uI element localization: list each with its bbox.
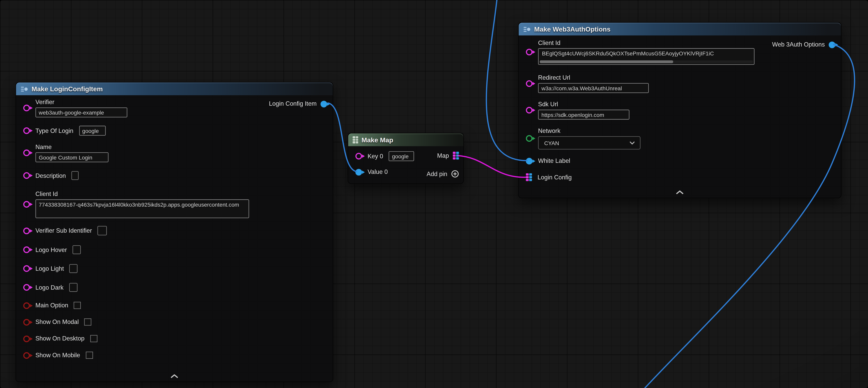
node-header[interactable]: Make Map [348, 133, 463, 146]
node-title: Make Web3AuthOptions [534, 25, 611, 33]
client-id-input[interactable]: 774338308167-q463s7kpvja16l4l0kko3nb925i… [35, 199, 249, 218]
pin-row-show-on-desktop: Show On Desktop [16, 335, 333, 342]
sdk-url-field-group: Sdk Url https://sdk.openlogin.com [538, 101, 629, 119]
description-pin[interactable] [23, 172, 30, 179]
name-field-group: Name Google Custom Login [35, 143, 108, 162]
verifier-input[interactable]: web3auth-google-example [35, 108, 127, 118]
pin-row-show-on-modal: Show On Modal [16, 319, 333, 326]
logo-light-label: Logo Light [35, 265, 64, 272]
key0-label: Key 0 [368, 153, 383, 160]
pin-row-type-of-login: Type Of Login google [16, 126, 333, 136]
value0-pin[interactable] [355, 169, 362, 175]
node-make-map[interactable]: Make Map Key 0 google Value 0 Map Add pi… [348, 133, 464, 184]
main-option-label: Main Option [35, 302, 68, 309]
main-option-pin[interactable] [23, 302, 30, 309]
verifier-sub-identifier-label: Verifier Sub Identifier [35, 227, 92, 234]
show-on-mobile-label: Show On Mobile [35, 352, 80, 359]
pin-row-login-config: Login Config [519, 173, 841, 181]
pin-row-logo-dark: Logo Dark [16, 283, 333, 292]
white-label-pin[interactable] [526, 157, 532, 164]
node-header[interactable]: Make LoginConfigItem [16, 82, 333, 95]
blueprint-graph-canvas[interactable]: Make LoginConfigItem Login Config Item V… [0, 0, 868, 388]
add-pin-label: Add pin [427, 170, 447, 178]
logo-hover-pin[interactable] [23, 246, 30, 253]
key0-input[interactable]: google [389, 151, 414, 161]
show-on-desktop-pin[interactable] [23, 335, 30, 342]
key0-pin[interactable] [355, 153, 362, 159]
logo-dark-input[interactable] [69, 283, 77, 292]
white-label-label: White Label [538, 157, 570, 165]
redirect-url-pin[interactable] [526, 80, 532, 87]
client-id-input[interactable]: BEglQSgt4cUWcj6SKRdu5QkOXTsePmMcusG5EAoy… [538, 48, 754, 65]
hscroll-thumb[interactable] [540, 60, 673, 63]
wire-map-to-loginconfig [458, 155, 526, 177]
logo-light-input[interactable] [69, 264, 78, 273]
pin-row-redirect-url: Redirect Url w3a://com.w3a.Web3AuthUnrea… [519, 74, 841, 93]
show-on-desktop-label: Show On Desktop [35, 335, 85, 342]
verifier-label: Verifier [35, 98, 127, 106]
collapse-node-button[interactable] [170, 375, 178, 378]
map-output-row: Map [437, 152, 459, 159]
pin-row-verifier-sub-identifier: Verifier Sub Identifier [16, 226, 333, 235]
verifier-sub-identifier-pin[interactable] [23, 227, 30, 234]
node-make-loginconfigitem[interactable]: Make LoginConfigItem Login Config Item V… [16, 82, 333, 382]
client-id-label: Client Id [35, 190, 249, 198]
pin-row-network: Network CYAN [519, 127, 841, 149]
pin-row-show-on-mobile: Show On Mobile [16, 352, 333, 359]
client-id-field-group: Client Id BEglQSgt4cUWcj6SKRdu5QkOXTsePm… [538, 39, 754, 65]
pin-row-client-id: Client Id 774338308167-q463s7kpvja16l4l0… [16, 190, 333, 218]
pin-row-white-label: White Label [519, 157, 841, 165]
logo-hover-input[interactable] [72, 245, 81, 254]
sdk-url-label: Sdk Url [538, 101, 629, 108]
pin-row-description: Description [16, 171, 333, 180]
plus-circle-icon[interactable] [451, 170, 459, 178]
network-dropdown[interactable]: CYAN [538, 136, 641, 149]
logo-dark-pin[interactable] [23, 284, 30, 291]
show-on-modal-label: Show On Modal [35, 319, 79, 326]
make-struct-icon [523, 25, 531, 33]
client-id-pin[interactable] [526, 49, 532, 55]
client-id-value: BEglQSgt4cUWcj6SKRdu5QkOXTsePmMcusG5EAoy… [542, 51, 714, 57]
network-label: Network [538, 127, 641, 135]
description-input[interactable] [71, 171, 79, 180]
type-of-login-pin[interactable] [23, 127, 30, 134]
type-of-login-label: Type Of Login [35, 127, 73, 135]
show-on-modal-checkbox[interactable] [84, 319, 92, 326]
name-pin[interactable] [23, 149, 30, 156]
verifier-sub-identifier-input[interactable] [98, 226, 107, 235]
name-label: Name [35, 143, 108, 151]
collapse-node-button[interactable] [676, 190, 684, 195]
show-on-mobile-pin[interactable] [23, 352, 30, 359]
chevron-up-icon [676, 190, 684, 195]
logo-dark-label: Logo Dark [35, 284, 64, 291]
login-config-label: Login Config [537, 174, 572, 181]
node-header[interactable]: Make Web3AuthOptions [519, 23, 841, 35]
show-on-desktop-checkbox[interactable] [90, 335, 97, 342]
sdk-url-pin[interactable] [526, 107, 532, 114]
network-dropdown-value: CYAN [544, 140, 559, 146]
redirect-url-label: Redirect Url [538, 74, 649, 82]
logo-hover-label: Logo Hover [35, 246, 67, 253]
map-grid-icon [352, 137, 358, 143]
show-on-mobile-checkbox[interactable] [86, 352, 93, 359]
show-on-modal-pin[interactable] [23, 319, 30, 325]
verifier-pin[interactable] [23, 105, 30, 111]
chevron-down-icon [629, 141, 635, 145]
make-struct-icon [21, 85, 28, 93]
network-pin[interactable] [526, 135, 532, 142]
redirect-url-input[interactable]: w3a://com.w3a.Web3AuthUnreal [538, 83, 649, 93]
name-input[interactable]: Google Custom Login [35, 152, 108, 162]
login-config-map-pin[interactable] [526, 173, 532, 181]
sdk-url-input[interactable]: https://sdk.openlogin.com [538, 110, 629, 120]
node-make-web3authoptions[interactable]: Make Web3AuthOptions Web 3Auth Options C… [518, 22, 841, 198]
pin-row-main-option: Main Option [16, 302, 333, 309]
type-of-login-input[interactable]: google [79, 126, 105, 136]
redirect-url-field-group: Redirect Url w3a://com.w3a.Web3AuthUnrea… [538, 74, 649, 93]
main-option-checkbox[interactable] [74, 302, 81, 309]
client-id-pin[interactable] [23, 201, 30, 208]
network-field-group: Network CYAN [538, 127, 641, 149]
map-output-pin[interactable] [453, 152, 459, 159]
logo-light-pin[interactable] [23, 265, 30, 272]
add-pin-row[interactable]: Add pin [427, 170, 459, 178]
value0-label: Value 0 [368, 168, 388, 176]
